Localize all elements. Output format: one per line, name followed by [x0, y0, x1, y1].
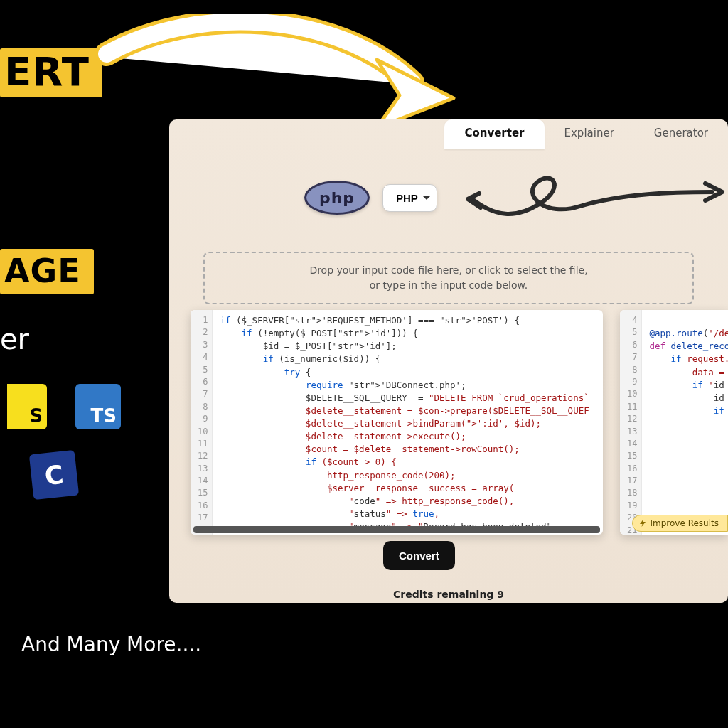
tab-explainer[interactable]: Explainer — [545, 119, 634, 149]
lightning-icon — [638, 519, 647, 528]
source-code[interactable]: if ($_SERVER["str">'REQUEST_METHOD'] ===… — [213, 310, 596, 535]
dropzone-line1: Drop your input code file here, or click… — [219, 263, 678, 278]
improve-results-label: Improve Results — [651, 518, 719, 528]
source-language-select[interactable]: PHP — [382, 184, 437, 212]
squiggle-arrow-icon — [466, 172, 728, 232]
badge-language: AGE — [0, 249, 94, 294]
file-dropzone[interactable]: Drop your input code file here, or click… — [203, 252, 694, 304]
credits-remaining: Credits remaining 9 — [393, 589, 504, 600]
typescript-icon: TS — [75, 384, 121, 429]
mode-tabs: Converter Explainer Generator — [444, 119, 728, 149]
javascript-icon: S — [7, 384, 47, 429]
target-gutter: 4 5 6 7 8 9 10 11 12 13 14 15 16 17 18 1… — [620, 310, 642, 535]
app-window: Converter Explainer Generator php PHP Dr… — [169, 119, 728, 603]
c-language-icon: C — [29, 450, 79, 500]
convert-button[interactable]: Convert — [383, 541, 455, 570]
tab-converter[interactable]: Converter — [444, 119, 544, 149]
source-gutter: 1 2 3 4 5 6 7 8 9 10 11 12 13 14 15 16 1… — [191, 310, 213, 535]
improve-results-button[interactable]: Improve Results — [632, 515, 729, 532]
php-logo-icon: php — [304, 181, 370, 215]
text-er: er — [0, 323, 29, 355]
target-code[interactable]: @app.route('/del def delete_record if re… — [642, 310, 728, 535]
text-many-more: And Many More.... — [21, 633, 201, 656]
target-code-editor[interactable]: 4 5 6 7 8 9 10 11 12 13 14 15 16 17 18 1… — [620, 310, 728, 535]
tab-generator[interactable]: Generator — [634, 119, 728, 149]
dropzone-line2: or type in the input code below. — [219, 278, 678, 293]
source-code-editor[interactable]: 1 2 3 4 5 6 7 8 9 10 11 12 13 14 15 16 1… — [191, 310, 603, 535]
